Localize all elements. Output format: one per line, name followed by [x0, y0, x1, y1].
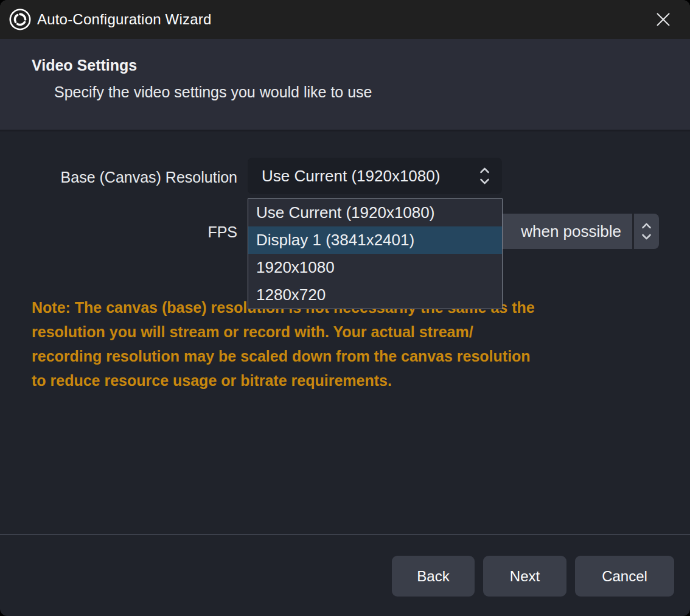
base-resolution-dropdown-list: Use Current (1920x1080) Display 1 (3841x… — [248, 198, 503, 309]
dropdown-option-1280x720[interactable]: 1280x720 — [248, 281, 502, 309]
cancel-button[interactable]: Cancel — [575, 556, 674, 597]
window-title: Auto-Configuration Wizard — [37, 11, 211, 28]
obs-logo-icon — [9, 8, 32, 31]
note-line: recording resolution may be scaled down … — [32, 344, 652, 368]
fps-label: FPS — [32, 223, 237, 241]
note-line: resolution you will stream or record wit… — [32, 320, 652, 344]
wizard-step-header: Video Settings Specify the video setting… — [0, 39, 690, 131]
close-icon — [656, 12, 671, 27]
base-resolution-label: Base (Canvas) Resolution — [32, 169, 237, 186]
auto-config-wizard-window: Auto-Configuration Wizard Video Settings… — [0, 0, 690, 616]
page-title: Video Settings — [32, 57, 137, 74]
updown-chevron-icon — [479, 166, 490, 186]
base-resolution-select[interactable]: Use Current (1920x1080) — [248, 158, 502, 194]
next-button[interactable]: Next — [483, 556, 566, 597]
canvas-resolution-note: Note: The canvas (base) resolution is no… — [32, 295, 652, 393]
base-resolution-value: Use Current (1920x1080) — [262, 167, 479, 186]
titlebar: Auto-Configuration Wizard — [0, 0, 690, 39]
updown-chevron-icon — [641, 222, 652, 241]
page-subtitle: Specify the video settings you would lik… — [54, 83, 372, 101]
close-button[interactable] — [647, 6, 679, 33]
dropdown-option-display-1[interactable]: Display 1 (3841x2401) — [248, 226, 502, 254]
back-button[interactable]: Back — [392, 556, 475, 597]
fps-select-arrow-segment[interactable] — [632, 214, 659, 249]
dropdown-option-use-current[interactable]: Use Current (1920x1080) — [248, 199, 502, 226]
note-line: to reduce resource usage or bitrate requ… — [32, 368, 652, 393]
footer-divider — [0, 534, 690, 535]
dropdown-option-1920x1080[interactable]: 1920x1080 — [248, 254, 502, 281]
